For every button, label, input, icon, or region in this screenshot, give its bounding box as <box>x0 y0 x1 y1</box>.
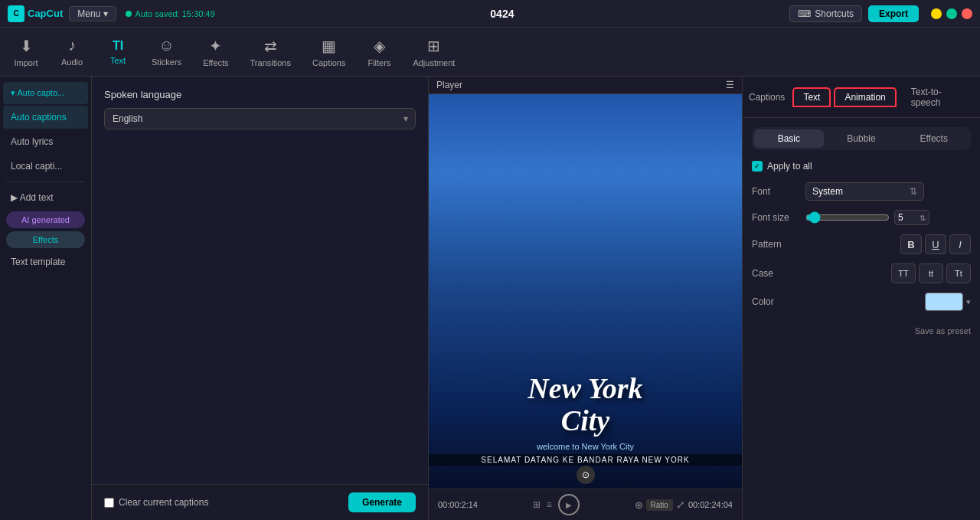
left-item-effects[interactable]: Effects <box>6 231 85 248</box>
language-select-wrap: English Spanish Chinese <box>104 108 416 129</box>
clear-captions-label[interactable]: Clear current captions <box>104 497 208 508</box>
font-size-control: 5 ⇅ <box>805 210 971 225</box>
apply-all-checkbox[interactable]: ✓ <box>752 161 763 172</box>
logo-icon: C <box>8 5 24 22</box>
minimize-button[interactable] <box>931 8 942 19</box>
list-view-icon[interactable]: ≡ <box>547 499 552 510</box>
video-subtitle: welcome to New York City <box>429 442 742 451</box>
video-background: New York City welcome to New York City S… <box>429 94 742 489</box>
clear-captions-checkbox[interactable] <box>104 498 114 508</box>
left-item-local-captions[interactable]: Local capti... <box>3 155 88 178</box>
left-panel: ▾ Auto capto... Auto captions Auto lyric… <box>0 77 92 520</box>
video-title-line2: City <box>429 405 742 437</box>
color-row: Color ▾ <box>752 293 971 311</box>
font-size-input-wrap: 5 ⇅ <box>894 210 929 225</box>
case-title-button[interactable]: Tt <box>946 263 971 283</box>
transitions-icon: ⇄ <box>264 37 277 55</box>
generate-button[interactable]: Generate <box>348 492 416 512</box>
case-lower-button[interactable]: tt <box>919 263 943 283</box>
tool-filters[interactable]: ◈ Filters <box>356 32 402 72</box>
player-controls: 00:00:2:14 ⊞ ≡ ▶ ⊕ Ratio ⤢ 00:02:24:04 <box>429 489 742 520</box>
right-content: Basic Bubble Effects ✓ Apply to all Font… <box>743 118 980 520</box>
left-item-text-template[interactable]: Text template <box>3 250 88 273</box>
middle-bottom-bar: Clear current captions Generate <box>92 484 428 520</box>
case-upper-button[interactable]: TT <box>891 263 916 283</box>
tool-text-label: Text <box>110 56 126 65</box>
fit-icon[interactable]: ⊕ <box>635 499 643 511</box>
tool-filters-label: Filters <box>368 58 390 67</box>
color-swatch[interactable] <box>925 293 963 311</box>
italic-button[interactable]: I <box>949 234 971 254</box>
save-preset-button[interactable]: Save as preset <box>752 320 971 342</box>
left-item-auto-lyrics[interactable]: Auto lyrics <box>3 130 88 153</box>
font-size-slider[interactable] <box>805 211 890 224</box>
font-size-value: 5 <box>898 212 903 223</box>
video-record-indicator: ⊙ <box>577 466 595 484</box>
font-select[interactable]: System ⇅ <box>805 182 924 201</box>
tool-stickers[interactable]: ☺ Stickers <box>141 32 192 71</box>
style-tab-bubble[interactable]: Bubble <box>827 129 897 148</box>
left-item-ai-generated[interactable]: AI generated <box>6 211 85 228</box>
top-right-controls: ⌨ Shortcuts Export <box>789 5 972 22</box>
font-size-row: Font size 5 ⇅ <box>752 210 971 225</box>
tool-transitions[interactable]: ⇄ Transitions <box>240 32 302 72</box>
ratio-button[interactable]: Ratio <box>646 499 673 511</box>
tool-import[interactable]: ⬇ Import <box>3 32 49 72</box>
player-total-time: 00:02:24:04 <box>688 500 733 509</box>
auto-saved-indicator: Auto saved: 15:30:49 <box>126 9 215 18</box>
adjustment-icon: ⊞ <box>427 37 440 55</box>
font-row: Font System ⇅ <box>752 182 971 201</box>
captions-header-label: Captions <box>749 92 785 103</box>
style-tab-basic[interactable]: Basic <box>754 129 824 148</box>
grid-view-icon[interactable]: ⊞ <box>533 499 541 510</box>
tab-animation[interactable]: Animation <box>834 87 896 107</box>
pattern-row: Pattern B U I <box>752 234 971 254</box>
maximize-button[interactable] <box>946 8 957 19</box>
font-control: System ⇅ <box>805 182 971 201</box>
top-bar: C CapCut Menu ▾ Auto saved: 15:30:49 042… <box>0 0 980 28</box>
close-button[interactable] <box>962 8 972 19</box>
middle-content: Spoken language English Spanish Chinese <box>92 77 428 484</box>
color-dropdown-icon[interactable]: ▾ <box>966 297 971 307</box>
underline-button[interactable]: U <box>925 234 946 254</box>
keyboard-icon: ⌨ <box>798 8 811 19</box>
export-button[interactable]: Export <box>868 5 919 22</box>
player-buttons: ⊞ ≡ ▶ <box>533 494 580 515</box>
stickers-icon: ☺ <box>158 37 174 54</box>
style-tab-effects[interactable]: Effects <box>899 129 969 148</box>
player-current-time: 00:00:2:14 <box>438 500 478 509</box>
tool-captions[interactable]: ▦ Captions <box>302 32 356 72</box>
player-right-controls: ⊕ Ratio ⤢ 00:02:24:04 <box>635 499 733 511</box>
tool-adjustment-label: Adjustment <box>413 58 455 67</box>
left-item-add-text[interactable]: ▶ Add text <box>3 186 88 209</box>
left-item-auto-captions-header[interactable]: ▾ Auto capto... <box>3 82 88 104</box>
tool-effects-label: Effects <box>203 58 228 67</box>
bold-button[interactable]: B <box>900 234 922 254</box>
window-controls <box>931 8 972 19</box>
left-item-auto-captions[interactable]: Auto captions <box>3 106 88 129</box>
tool-transitions-label: Transitions <box>250 58 291 67</box>
shortcuts-button[interactable]: ⌨ Shortcuts <box>789 5 862 22</box>
color-control: ▾ <box>925 293 971 311</box>
pattern-buttons: B U I <box>900 234 971 254</box>
right-panel-header: Captions Text Animation Text-to-speech <box>743 77 980 118</box>
fullscreen-icon[interactable]: ⤢ <box>676 499 685 511</box>
tab-text[interactable]: Text <box>792 87 831 107</box>
auto-saved-text: Auto saved: 15:30:49 <box>136 9 215 18</box>
font-size-arrows: ⇅ <box>920 214 926 222</box>
case-label: Case <box>752 268 805 279</box>
menu-button[interactable]: Menu ▾ <box>69 6 116 21</box>
play-button[interactable]: ▶ <box>558 494 580 515</box>
tool-effects[interactable]: ✦ Effects <box>192 32 239 72</box>
player-menu-icon[interactable]: ☰ <box>726 80 734 90</box>
effects-icon: ✦ <box>209 37 222 55</box>
language-select[interactable]: English Spanish Chinese <box>104 108 416 129</box>
app-logo: C CapCut <box>8 5 63 22</box>
tool-stickers-label: Stickers <box>152 57 181 67</box>
tool-text[interactable]: TI Text <box>95 34 141 70</box>
apply-all-label: Apply to all <box>767 161 812 172</box>
tool-audio[interactable]: ♪ Audio <box>49 32 95 71</box>
auto-saved-dot <box>126 11 132 17</box>
tool-adjustment[interactable]: ⊞ Adjustment <box>402 32 466 72</box>
tab-text-to-speech[interactable]: Text-to-speech <box>900 81 974 113</box>
